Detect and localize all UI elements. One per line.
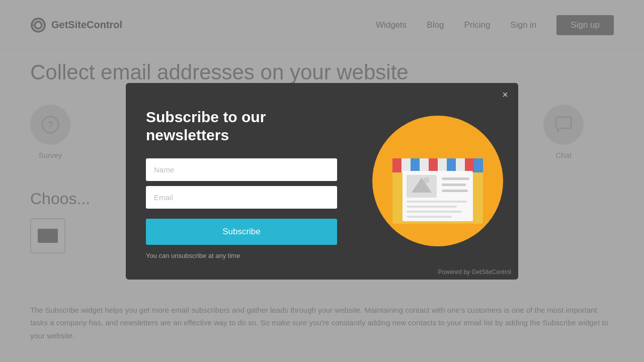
svg-rect-23 xyxy=(407,211,462,213)
modal-left-panel: Subscribe to our newsletters Subscribe Y… xyxy=(126,83,357,280)
name-input[interactable] xyxy=(146,158,337,181)
svg-rect-9 xyxy=(411,158,420,172)
modal-right-panel xyxy=(357,83,518,280)
svg-rect-20 xyxy=(442,190,468,192)
modal-overlay: × Subscribe to our newsletters Subscribe… xyxy=(0,0,644,362)
svg-rect-8 xyxy=(392,158,401,172)
svg-rect-21 xyxy=(407,201,467,203)
subscribe-button[interactable]: Subscribe xyxy=(146,219,337,245)
svg-rect-18 xyxy=(442,177,469,180)
powered-by-text: Powered by GetSiteControl xyxy=(438,268,511,276)
modal-close-button[interactable]: × xyxy=(499,89,511,101)
svg-point-17 xyxy=(424,177,430,183)
svg-rect-12 xyxy=(465,158,474,172)
svg-rect-19 xyxy=(442,184,466,186)
svg-rect-11 xyxy=(447,158,456,172)
subscribe-modal: × Subscribe to our newsletters Subscribe… xyxy=(126,83,518,280)
modal-title: Subscribe to our newsletters xyxy=(146,108,337,144)
svg-rect-13 xyxy=(474,158,483,172)
unsubscribe-note: You can unsubscribe at any time xyxy=(146,252,337,259)
email-illustration xyxy=(372,116,503,246)
email-input[interactable] xyxy=(146,186,337,209)
svg-rect-22 xyxy=(407,206,457,208)
envelope-icon xyxy=(387,138,488,224)
svg-rect-24 xyxy=(407,216,452,218)
svg-rect-10 xyxy=(429,158,438,172)
